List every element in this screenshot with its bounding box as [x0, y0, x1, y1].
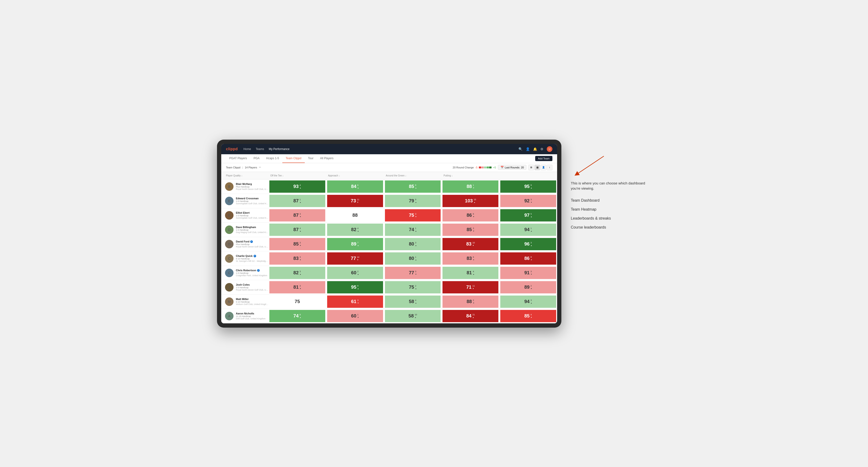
score-cell[interactable]: 10315 [441, 194, 499, 208]
score-cell[interactable]: 824 [326, 223, 384, 237]
nav-my-performance[interactable]: My Performance [269, 148, 289, 151]
score-cell[interactable]: 866 [441, 208, 499, 222]
player-details: Josh Coles1-5 HandicapRoyal North Devon … [236, 283, 269, 291]
player-info[interactable]: DDave Billingham1-5 HandicapGog Magog Go… [221, 223, 269, 237]
score-cell[interactable]: 913 [499, 266, 557, 280]
last-rounds-button[interactable]: 📅 Last Rounds: 20 [498, 165, 526, 170]
score-cell[interactable]: 881 [441, 180, 499, 194]
score-cell[interactable]: 823 [269, 266, 326, 280]
score-cell[interactable]: 814 [441, 266, 499, 280]
arrow-down-icon [530, 201, 532, 203]
score-cell[interactable]: 959 [499, 180, 557, 194]
score-cell[interactable]: 934 [269, 180, 326, 194]
score-cell[interactable]: 868 [499, 251, 557, 266]
user-avatar[interactable]: U [547, 146, 552, 152]
col-putting[interactable]: Putting ↓ [441, 173, 499, 178]
player-info[interactable]: EEdward Crossman1-5 HandicapSunningdale … [221, 194, 269, 208]
score-cell[interactable]: 752 [384, 280, 442, 294]
score-cell[interactable]: 601 [326, 309, 384, 323]
score-cell[interactable]: 602 [326, 266, 384, 280]
score-cell[interactable]: 801 [384, 251, 442, 266]
nav-home[interactable]: Home [243, 148, 251, 151]
score-box: 873 [269, 209, 325, 221]
view-person-icon[interactable]: 👤 [540, 165, 546, 170]
edit-icon[interactable]: ✏ [259, 166, 261, 169]
score-cell[interactable]: 853 [269, 237, 326, 251]
sub-nav-all-players[interactable]: All Players [317, 154, 337, 163]
score-cell[interactable]: 813 [269, 280, 326, 294]
add-team-button[interactable]: Add Team [535, 156, 552, 161]
arrow-down-icon [415, 273, 417, 275]
nav-teams[interactable]: Teams [256, 148, 264, 151]
score-cell[interactable]: 975 [499, 208, 557, 222]
score-cell[interactable]: 943 [499, 294, 557, 309]
settings-icon[interactable]: ⚙ [540, 147, 544, 151]
score-cell[interactable]: 773 [384, 266, 442, 280]
score-cell[interactable]: 7311 [326, 194, 384, 208]
col-approach[interactable]: Approach ↓ [326, 173, 384, 178]
score-cell[interactable]: 958 [326, 280, 384, 294]
player-info[interactable]: AAaron Nicholls11-15 HandicapDrift Golf … [221, 309, 269, 323]
score-cell[interactable]: 963 [499, 237, 557, 251]
sub-nav-tour[interactable]: Tour [305, 154, 317, 163]
score-cell[interactable]: 858 [384, 180, 442, 194]
score-delta: 3 [357, 299, 359, 302]
player-info[interactable]: CCharlie Quick✓6-10 HandicapSt. George's… [221, 251, 269, 266]
player-info[interactable]: BBlair McHargPlus HandicapRoyal North De… [221, 180, 269, 194]
view-heatmap-icon[interactable]: ▦ [534, 165, 540, 170]
score-delta: 1 [357, 313, 359, 316]
score-box: 824 [327, 224, 383, 236]
player-info[interactable]: DDavid Ford✓Plus HandicapRoyal North Dev… [221, 237, 269, 251]
score-cell[interactable]: 854 [499, 309, 557, 323]
score-cell[interactable]: 892 [499, 280, 557, 294]
svg-line-0 [576, 156, 604, 175]
score-cell[interactable]: 799 [384, 194, 442, 208]
score-value: 96 [524, 241, 530, 247]
player-info[interactable]: CChris Robertson✓1-5 HandicapCraigmillar… [221, 266, 269, 280]
score-cell[interactable]: 741 [384, 223, 442, 237]
arrow-up-icon [300, 230, 301, 232]
score-cell[interactable]: 584 [384, 294, 442, 309]
score-cell[interactable]: 923 [499, 194, 557, 208]
score-cell[interactable]: 833 [269, 251, 326, 266]
player-info[interactable]: JJosh Coles1-5 HandicapRoyal North Devon… [221, 280, 269, 294]
score-cell[interactable]: 941 [499, 223, 557, 237]
search-icon[interactable]: 🔍 [519, 147, 522, 151]
score-cell[interactable]: 613 [326, 294, 384, 309]
sub-nav-pga[interactable]: PGA [250, 154, 263, 163]
profile-icon[interactable]: 👤 [526, 147, 530, 151]
player-info[interactable]: EElliot Ebert1-5 HandicapSunningdale Gol… [221, 208, 269, 222]
view-grid-icon[interactable]: ⊞ [528, 165, 534, 170]
score-cell[interactable]: 874 [269, 223, 326, 237]
score-change: 3 [530, 270, 532, 275]
col-around-green[interactable]: Around the Green ↓ [384, 173, 442, 178]
score-cell[interactable]: 853 [441, 223, 499, 237]
score-cell[interactable]: 8310 [441, 237, 499, 251]
sub-nav-hcaps[interactable]: Hcaps 1-5 [263, 154, 282, 163]
score-cell[interactable]: 897 [326, 237, 384, 251]
score-cell[interactable]: 88 [326, 208, 384, 222]
view-sort-icon[interactable]: ↕ [547, 165, 552, 170]
score-cell[interactable]: 5810 [384, 309, 442, 323]
score-cell[interactable]: 846 [326, 180, 384, 194]
range-neg: -5 [475, 166, 478, 169]
score-cell[interactable]: 753 [384, 208, 442, 222]
bell-icon[interactable]: 🔔 [533, 147, 537, 151]
score-cell[interactable]: 7111 [441, 280, 499, 294]
score-cell[interactable]: 803 [384, 237, 442, 251]
player-details: Edward Crossman1-5 HandicapSunningdale G… [236, 197, 269, 205]
score-cell[interactable]: 836 [441, 251, 499, 266]
score-cell[interactable]: 873 [269, 208, 326, 222]
score-cell[interactable]: 75 [269, 294, 326, 309]
score-delta: 7 [357, 242, 359, 244]
player-info[interactable]: MMatt Miller6-10 HandicapWoburn Golf Clu… [221, 294, 269, 309]
score-cell[interactable]: 7714 [326, 251, 384, 266]
score-cell[interactable]: 871 [269, 194, 326, 208]
col-player-quality[interactable]: Player Quality ↓ [221, 173, 269, 178]
col-off-tee[interactable]: Off the Tee ↓ [269, 173, 326, 178]
score-cell[interactable]: 882 [441, 294, 499, 309]
score-cell[interactable]: 8421 [441, 309, 499, 323]
sub-nav-pgat[interactable]: PGAT Players [226, 154, 250, 163]
score-cell[interactable]: 748 [269, 309, 326, 323]
sub-nav-team-clippd[interactable]: Team Clippd [282, 154, 305, 163]
